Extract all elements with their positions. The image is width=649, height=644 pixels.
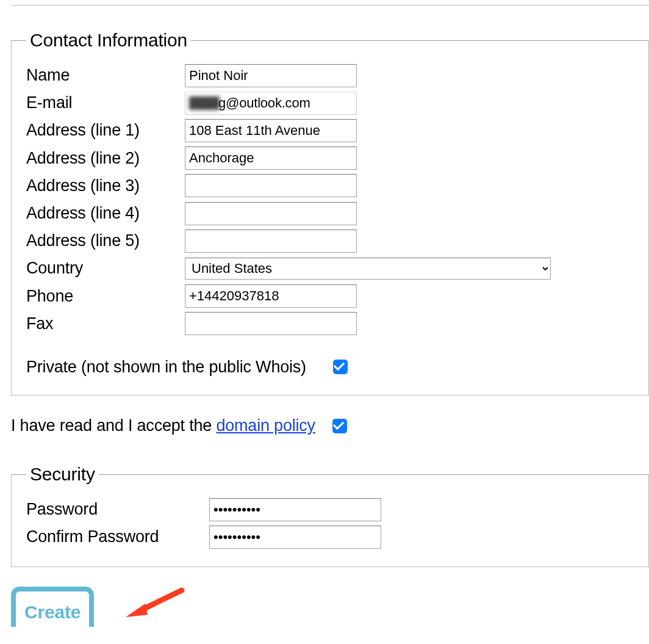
security-fieldset: Security Password Confirm Password [11, 460, 649, 566]
security-legend: Security [26, 460, 99, 489]
confirm-password-label: Confirm Password [26, 524, 209, 550]
private-checkbox[interactable] [333, 360, 348, 374]
addr4-label: Address (line 4) [26, 200, 185, 226]
addr3-label: Address (line 3) [26, 173, 185, 199]
contact-legend: Contact Information [26, 26, 191, 55]
email-visible: g@outlook.com [218, 92, 310, 114]
addr5-label: Address (line 5) [26, 228, 185, 254]
addr2-label: Address (line 2) [26, 145, 185, 172]
email-input[interactable]: g@outlook.com [185, 92, 357, 115]
country-label: Country [26, 255, 185, 281]
policy-checkbox[interactable] [332, 419, 347, 433]
addr3-input[interactable] [185, 174, 357, 197]
phone-input[interactable] [185, 284, 357, 308]
addr4-input[interactable] [185, 202, 357, 225]
private-label: Private (not shown in the public Whois) [26, 354, 306, 380]
addr1-input[interactable] [185, 119, 357, 142]
name-input[interactable] [185, 64, 357, 87]
addr2-input[interactable] [185, 147, 357, 170]
name-label: Name [26, 62, 185, 89]
svg-marker-1 [126, 604, 148, 617]
addr1-label: Address (line 1) [26, 117, 185, 143]
arrow-annotation-icon [121, 585, 188, 622]
password-input[interactable] [209, 498, 381, 521]
contact-fieldset: Contact Information Name E-mail g@outloo… [11, 26, 649, 396]
phone-label: Phone [26, 283, 185, 309]
password-label: Password [26, 496, 209, 523]
addr5-input[interactable] [185, 230, 357, 253]
fax-label: Fax [26, 311, 185, 337]
create-button[interactable]: Create [11, 587, 94, 627]
redaction-mask [189, 96, 220, 110]
policy-text: I have read and I accept the domain poli… [11, 413, 315, 439]
confirm-password-input[interactable] [209, 526, 381, 549]
domain-policy-link[interactable]: domain policy [216, 416, 315, 435]
country-select[interactable]: United States [185, 258, 551, 280]
email-label: E-mail [26, 90, 185, 116]
fax-input[interactable] [185, 312, 357, 335]
top-divider [11, 5, 649, 6]
